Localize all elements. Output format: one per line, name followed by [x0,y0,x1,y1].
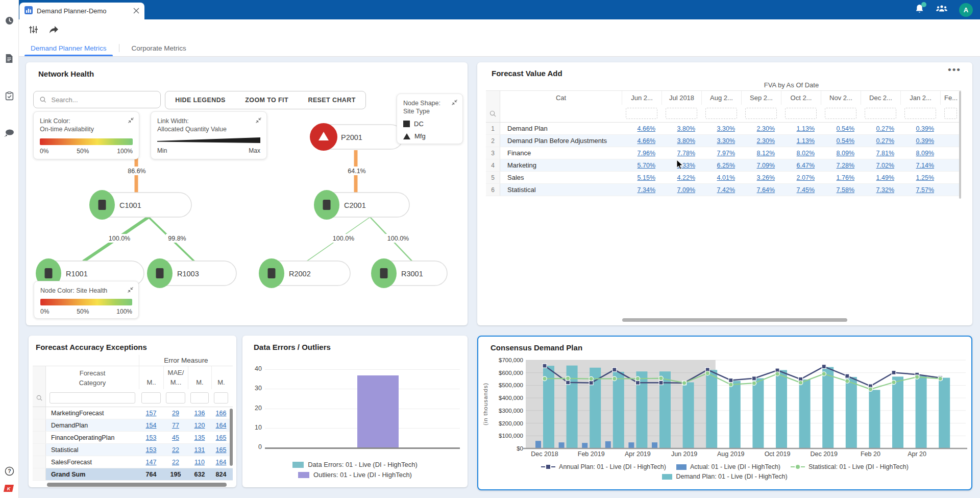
collaboration-users-icon[interactable] [936,5,948,15]
outliers-bar[interactable] [357,375,399,448]
chat-bubble-icon[interactable] [3,127,15,139]
demand-plan-bar[interactable] [869,390,880,448]
actual-bar[interactable] [559,442,565,448]
fva-value-link[interactable]: 4.66% [638,125,655,132]
column-filter-input[interactable] [944,108,957,119]
fae-value-link[interactable]: 136 [194,410,205,417]
fae-value-link[interactable]: 165 [216,446,227,454]
fva-value-link[interactable]: 1.49% [876,174,894,181]
column-header-measure[interactable]: MAE/M... [163,366,188,389]
demand-plan-bar[interactable] [799,380,811,448]
fae-value-link[interactable]: 153 [146,446,157,454]
zoom-to-fit-button[interactable]: ZOOM TO FIT [241,97,292,104]
column-filter-input[interactable] [141,392,161,404]
help-icon[interactable]: ? [3,465,15,477]
legend-item[interactable]: Actual: 01 - Live (DI - HighTech) [676,463,780,470]
vertical-scrollbar[interactable] [959,91,961,199]
demand-plan-bar[interactable] [939,378,950,448]
fva-value-link[interactable]: 7.34% [638,186,655,194]
collapse-icon[interactable] [127,286,134,293]
fva-value-link[interactable]: 6.25% [717,162,735,169]
fva-value-link[interactable]: 7.09% [757,162,775,169]
fva-value-link[interactable]: 7.42% [717,186,735,194]
fae-value-link[interactable]: 153 [146,434,157,441]
category-filter-input[interactable] [50,392,135,404]
demand-plan-bar[interactable] [892,376,903,448]
fva-value-link[interactable]: 1.25% [916,174,934,181]
column-header-forecast-category[interactable]: ForecastCategory [46,366,139,389]
vertical-scrollbar[interactable] [230,409,233,466]
column-header-measure[interactable]: M. [188,366,211,389]
fae-value-link[interactable]: 135 [194,434,205,441]
column-header-month[interactable]: Fe... [940,91,961,105]
fva-value-link[interactable]: 7.58% [837,186,854,194]
user-avatar[interactable]: A [959,3,973,17]
tab-demand-planner-metrics[interactable]: Demand Planner Metrics [18,40,119,56]
network-node-C2001[interactable]: C2001 [314,190,409,220]
demand-plan-bar[interactable] [706,370,717,448]
fva-value-link[interactable]: 7.45% [797,186,815,194]
search-input[interactable] [50,96,154,104]
table-row[interactable]: 4Marketing5.70%5.33%6.25%7.09%6.47%7.28%… [486,159,961,172]
clipboard-check-icon[interactable] [3,90,15,102]
fva-value-link[interactable]: 3.30% [717,125,735,132]
column-header-month[interactable]: Jun 2... [622,91,662,105]
column-filter-input[interactable] [904,108,936,119]
fva-value-link[interactable]: 7.28% [837,162,854,169]
fae-value-link[interactable]: 45 [172,434,179,441]
actual-bar[interactable] [605,441,611,448]
collapse-icon[interactable] [255,116,262,123]
column-filter-input[interactable] [705,108,737,119]
fva-value-link[interactable]: 3.26% [757,174,775,181]
demand-plan-bar[interactable] [613,372,624,448]
table-row[interactable]: DemandPlan15477120164 [33,419,233,432]
actual-bar[interactable] [652,442,657,448]
share-icon[interactable] [47,23,60,36]
horizontal-scrollbar[interactable] [47,483,227,487]
fva-value-link[interactable]: 3.30% [717,137,735,145]
search-rows-icon[interactable] [486,105,500,122]
fva-value-link[interactable]: 7.96% [638,150,655,157]
fva-value-link[interactable]: 1.13% [797,125,815,132]
fva-value-link[interactable]: 0.54% [837,137,854,145]
collapse-icon[interactable] [128,116,134,123]
fva-value-link[interactable]: 2.30% [757,137,775,145]
table-row[interactable]: 5Sales5.15%4.22%4.01%3.26%2.07%1.76%1.49… [486,172,961,184]
column-header-month[interactable]: Jul 2018 [662,91,701,105]
fva-value-link[interactable]: 0.27% [876,137,894,145]
fae-value-link[interactable]: 29 [172,410,179,417]
fva-value-link[interactable]: 7.57% [916,186,934,194]
network-search-box[interactable] [33,91,161,108]
fva-value-link[interactable]: 4.22% [677,174,695,181]
table-row[interactable]: 6Statistical7.34%7.09%7.42%7.64%7.45%7.5… [486,184,961,196]
fva-value-link[interactable]: 7.02% [876,162,894,169]
fva-value-link[interactable]: 6.47% [797,162,815,169]
column-filter-input[interactable] [745,108,777,119]
reset-chart-button[interactable]: RESET CHART [304,97,359,104]
panel-menu-ellipsis-icon[interactable]: ••• [948,64,961,76]
fae-value-link[interactable]: 120 [194,422,205,429]
column-header-month[interactable]: Oct 2... [781,91,821,105]
document-icon[interactable] [3,52,15,64]
fva-value-link[interactable]: 3.80% [677,137,695,145]
column-filter-input[interactable] [190,392,209,404]
fva-value-link[interactable]: 7.09% [677,186,695,194]
fva-value-link[interactable]: 7.64% [757,186,775,194]
legend-item[interactable]: Annual Plan: 01 - Live (DI - HighTech) [541,463,666,470]
fae-value-link[interactable]: 165 [216,434,227,441]
network-node-R1003[interactable]: R1003 [147,258,236,288]
legend-item[interactable]: Statistical: 01 - Live (DI - HighTech) [791,463,909,470]
column-header-measure[interactable]: M. [211,366,231,389]
fva-value-link[interactable]: 0.54% [837,125,854,132]
column-filter-input[interactable] [214,392,228,404]
column-header-month[interactable]: Sep 2... [741,91,781,105]
legend-item[interactable]: Outliers: 01 - Live (DI - HighTech) [242,471,468,479]
fva-value-link[interactable]: 5.70% [638,162,655,169]
fae-value-link[interactable]: 22 [172,459,179,466]
fva-value-link[interactable]: 7.97% [717,150,735,157]
demand-plan-bar[interactable] [916,376,927,448]
fae-value-link[interactable]: 147 [146,459,157,466]
fva-value-link[interactable]: 7.32% [876,186,894,194]
demand-plan-bar[interactable] [822,367,834,448]
table-row[interactable]: Grand Sum764195632824 [33,468,233,481]
